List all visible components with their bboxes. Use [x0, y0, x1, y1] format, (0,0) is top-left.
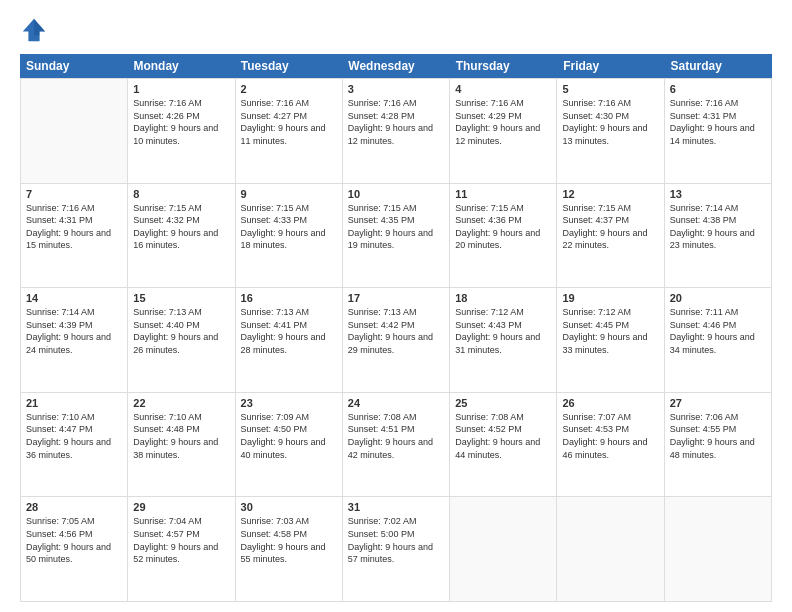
calendar-cell: 16Sunrise: 7:13 AMSunset: 4:41 PMDayligh…	[236, 288, 343, 392]
sunset-text: Sunset: 4:26 PM	[133, 110, 229, 123]
sunset-text: Sunset: 4:38 PM	[670, 214, 766, 227]
day-number: 24	[348, 397, 444, 409]
calendar-cell	[21, 79, 128, 183]
sunset-text: Sunset: 4:58 PM	[241, 528, 337, 541]
day-number: 13	[670, 188, 766, 200]
day-number: 25	[455, 397, 551, 409]
sunset-text: Sunset: 4:51 PM	[348, 423, 444, 436]
day-number: 16	[241, 292, 337, 304]
sunrise-text: Sunrise: 7:14 AM	[670, 202, 766, 215]
daylight-text: Daylight: 9 hours and 11 minutes.	[241, 122, 337, 147]
day-number: 4	[455, 83, 551, 95]
daylight-text: Daylight: 9 hours and 16 minutes.	[133, 227, 229, 252]
calendar-cell: 11Sunrise: 7:15 AMSunset: 4:36 PMDayligh…	[450, 184, 557, 288]
sunrise-text: Sunrise: 7:08 AM	[455, 411, 551, 424]
calendar-cell: 3Sunrise: 7:16 AMSunset: 4:28 PMDaylight…	[343, 79, 450, 183]
sunset-text: Sunset: 4:35 PM	[348, 214, 444, 227]
daylight-text: Daylight: 9 hours and 12 minutes.	[348, 122, 444, 147]
daylight-text: Daylight: 9 hours and 52 minutes.	[133, 541, 229, 566]
calendar-cell: 8Sunrise: 7:15 AMSunset: 4:32 PMDaylight…	[128, 184, 235, 288]
day-number: 3	[348, 83, 444, 95]
day-number: 1	[133, 83, 229, 95]
day-number: 26	[562, 397, 658, 409]
sunrise-text: Sunrise: 7:15 AM	[455, 202, 551, 215]
calendar-cell: 2Sunrise: 7:16 AMSunset: 4:27 PMDaylight…	[236, 79, 343, 183]
sunset-text: Sunset: 4:42 PM	[348, 319, 444, 332]
day-number: 29	[133, 501, 229, 513]
sunset-text: Sunset: 4:47 PM	[26, 423, 122, 436]
calendar-cell: 25Sunrise: 7:08 AMSunset: 4:52 PMDayligh…	[450, 393, 557, 497]
daylight-text: Daylight: 9 hours and 10 minutes.	[133, 122, 229, 147]
sunrise-text: Sunrise: 7:16 AM	[455, 97, 551, 110]
header	[20, 16, 772, 44]
sunset-text: Sunset: 4:55 PM	[670, 423, 766, 436]
calendar-cell: 5Sunrise: 7:16 AMSunset: 4:30 PMDaylight…	[557, 79, 664, 183]
sunrise-text: Sunrise: 7:15 AM	[348, 202, 444, 215]
daylight-text: Daylight: 9 hours and 36 minutes.	[26, 436, 122, 461]
calendar-body: 1Sunrise: 7:16 AMSunset: 4:26 PMDaylight…	[20, 78, 772, 602]
daylight-text: Daylight: 9 hours and 40 minutes.	[241, 436, 337, 461]
day-header: Monday	[127, 54, 234, 78]
sunset-text: Sunset: 4:48 PM	[133, 423, 229, 436]
calendar-cell: 10Sunrise: 7:15 AMSunset: 4:35 PMDayligh…	[343, 184, 450, 288]
sunset-text: Sunset: 4:37 PM	[562, 214, 658, 227]
daylight-text: Daylight: 9 hours and 22 minutes.	[562, 227, 658, 252]
sunrise-text: Sunrise: 7:15 AM	[133, 202, 229, 215]
sunset-text: Sunset: 5:00 PM	[348, 528, 444, 541]
calendar-cell: 28Sunrise: 7:05 AMSunset: 4:56 PMDayligh…	[21, 497, 128, 601]
calendar-cell: 6Sunrise: 7:16 AMSunset: 4:31 PMDaylight…	[665, 79, 772, 183]
calendar-cell: 26Sunrise: 7:07 AMSunset: 4:53 PMDayligh…	[557, 393, 664, 497]
daylight-text: Daylight: 9 hours and 12 minutes.	[455, 122, 551, 147]
sunrise-text: Sunrise: 7:10 AM	[26, 411, 122, 424]
day-number: 21	[26, 397, 122, 409]
daylight-text: Daylight: 9 hours and 50 minutes.	[26, 541, 122, 566]
day-number: 8	[133, 188, 229, 200]
calendar-cell: 31Sunrise: 7:02 AMSunset: 5:00 PMDayligh…	[343, 497, 450, 601]
calendar-cell	[557, 497, 664, 601]
daylight-text: Daylight: 9 hours and 26 minutes.	[133, 331, 229, 356]
calendar-cell: 15Sunrise: 7:13 AMSunset: 4:40 PMDayligh…	[128, 288, 235, 392]
daylight-text: Daylight: 9 hours and 31 minutes.	[455, 331, 551, 356]
daylight-text: Daylight: 9 hours and 24 minutes.	[26, 331, 122, 356]
day-number: 18	[455, 292, 551, 304]
daylight-text: Daylight: 9 hours and 28 minutes.	[241, 331, 337, 356]
calendar-cell: 24Sunrise: 7:08 AMSunset: 4:51 PMDayligh…	[343, 393, 450, 497]
day-number: 27	[670, 397, 766, 409]
calendar-cell: 17Sunrise: 7:13 AMSunset: 4:42 PMDayligh…	[343, 288, 450, 392]
calendar-cell	[665, 497, 772, 601]
calendar-row: 1Sunrise: 7:16 AMSunset: 4:26 PMDaylight…	[20, 78, 772, 184]
sunrise-text: Sunrise: 7:09 AM	[241, 411, 337, 424]
day-number: 9	[241, 188, 337, 200]
sunrise-text: Sunrise: 7:16 AM	[241, 97, 337, 110]
calendar-header: SundayMondayTuesdayWednesdayThursdayFrid…	[20, 54, 772, 78]
calendar-cell: 14Sunrise: 7:14 AMSunset: 4:39 PMDayligh…	[21, 288, 128, 392]
sunset-text: Sunset: 4:36 PM	[455, 214, 551, 227]
day-number: 14	[26, 292, 122, 304]
sunrise-text: Sunrise: 7:06 AM	[670, 411, 766, 424]
sunset-text: Sunset: 4:41 PM	[241, 319, 337, 332]
sunset-text: Sunset: 4:46 PM	[670, 319, 766, 332]
calendar-cell: 13Sunrise: 7:14 AMSunset: 4:38 PMDayligh…	[665, 184, 772, 288]
sunset-text: Sunset: 4:43 PM	[455, 319, 551, 332]
day-number: 11	[455, 188, 551, 200]
daylight-text: Daylight: 9 hours and 34 minutes.	[670, 331, 766, 356]
calendar-cell: 9Sunrise: 7:15 AMSunset: 4:33 PMDaylight…	[236, 184, 343, 288]
daylight-text: Daylight: 9 hours and 19 minutes.	[348, 227, 444, 252]
calendar-row: 7Sunrise: 7:16 AMSunset: 4:31 PMDaylight…	[20, 184, 772, 289]
sunrise-text: Sunrise: 7:13 AM	[348, 306, 444, 319]
sunrise-text: Sunrise: 7:11 AM	[670, 306, 766, 319]
sunrise-text: Sunrise: 7:15 AM	[241, 202, 337, 215]
calendar-cell: 29Sunrise: 7:04 AMSunset: 4:57 PMDayligh…	[128, 497, 235, 601]
daylight-text: Daylight: 9 hours and 29 minutes.	[348, 331, 444, 356]
daylight-text: Daylight: 9 hours and 13 minutes.	[562, 122, 658, 147]
day-number: 10	[348, 188, 444, 200]
day-number: 20	[670, 292, 766, 304]
sunset-text: Sunset: 4:31 PM	[26, 214, 122, 227]
day-number: 31	[348, 501, 444, 513]
daylight-text: Daylight: 9 hours and 55 minutes.	[241, 541, 337, 566]
sunset-text: Sunset: 4:52 PM	[455, 423, 551, 436]
sunset-text: Sunset: 4:50 PM	[241, 423, 337, 436]
sunset-text: Sunset: 4:29 PM	[455, 110, 551, 123]
sunrise-text: Sunrise: 7:12 AM	[455, 306, 551, 319]
daylight-text: Daylight: 9 hours and 44 minutes.	[455, 436, 551, 461]
